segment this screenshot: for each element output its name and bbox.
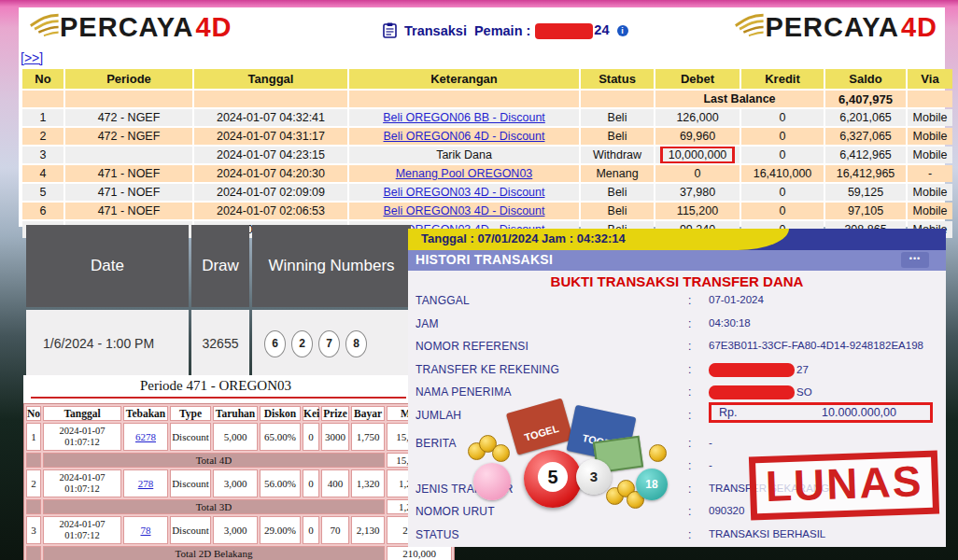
account-redaction — [709, 363, 795, 377]
page-background: PERCAYA4D Transaksi Pemain : 24 i — [0, 0, 958, 560]
header: PERCAYA4D Transaksi Pemain : 24 i — [19, 7, 945, 49]
receipt-timestamp: Tanggal : 07/01/2024 Jam : 04:32:14 — [421, 231, 626, 245]
keterangan-link[interactable]: Beli OREGON03 4D - Discount — [384, 186, 545, 199]
top-nav: Transaksi Pemain : 24 i — [383, 22, 628, 39]
total-row: Total 3D 1,200,000 — [26, 499, 452, 514]
receipt-field: STATUS: TRANSAKSI BERHASIL — [408, 524, 946, 547]
nav-transaksi[interactable]: Transaksi — [404, 23, 467, 38]
winning-numbers-table: Date Draw Winning Numbers 1/6/2024 - 1:0… — [23, 222, 414, 380]
brand-name: PERCAYA — [765, 12, 898, 43]
table-row: 1 472 - NGEF 2024-01-07 04:32:41 Beli OR… — [22, 109, 952, 126]
pemain-label: Pemain : — [474, 23, 530, 38]
winning-ball: 7 — [318, 330, 340, 357]
receipt-tab-bar: Tanggal : 07/01/2024 Jam : 04:32:14 — [408, 229, 946, 250]
receipt-field: JAM: 04:30:18 — [408, 313, 946, 336]
receipt-body: BUKTI TRANSAKSI TRANSFER DANA TANGGAL: 0… — [408, 271, 946, 547]
table-row: 2 2024-01-07 01:07:12 278 Discount 3,000… — [26, 469, 452, 497]
keterangan-link[interactable]: Beli OREGON06 4D - Discount — [384, 130, 545, 143]
col-header-debet: Debet — [655, 69, 740, 89]
total-label: Total 3D — [43, 499, 385, 514]
draw-date: 1/6/2024 - 1:00 PM — [26, 310, 189, 377]
brand-suffix: 4D — [195, 12, 232, 43]
receipt-field: NAMA PENERIMA: SO — [408, 381, 946, 404]
info-icon[interactable]: i — [617, 25, 628, 36]
receipt-field: BERITA: - — [408, 432, 946, 455]
table-row: 4 471 - NOEF 2024-01-07 04:20:30 Menang … — [22, 165, 952, 182]
det-header-row: No Tanggal Tebakan Type Taruhan Diskon K… — [26, 406, 452, 421]
total-row: Total 4D 15,000,000 — [26, 453, 452, 468]
tebakan-link[interactable]: 278 — [138, 478, 154, 489]
last-balance-label: Last Balance — [655, 91, 824, 107]
win-col-date: Date — [26, 225, 189, 307]
draw-number: 32655 — [191, 310, 249, 377]
wing-icon — [733, 11, 765, 43]
periode-title: Periode 471 - OREGON03 — [23, 375, 408, 394]
col-header-keterangan: Keterangan — [349, 69, 579, 89]
receipt-heading: BUKTI TRANSAKSI TRANSFER DANA — [408, 273, 946, 289]
tx-header-row: No Periode Tanggal Keterangan Status Deb… — [22, 69, 952, 89]
lunas-stamp: LUNAS — [748, 450, 939, 520]
keterangan-link[interactable]: Menang Pool OREGON03 — [396, 167, 533, 180]
total-label: Total 4D — [43, 453, 385, 468]
logo-left: PERCAYA4D — [28, 11, 232, 43]
player-name-redaction — [535, 23, 593, 39]
last-balance-value: 6,407,975 — [825, 91, 906, 107]
table-row: 2 472 - NGEF 2024-01-07 04:31:17 Beli OR… — [22, 128, 952, 145]
transaction-table: No Periode Tanggal Keterangan Status Deb… — [21, 67, 954, 240]
recipient-redaction — [709, 385, 795, 399]
back-link[interactable]: [>>] — [21, 50, 43, 65]
brand-name: PERCAYA — [60, 12, 193, 43]
brand-suffix: 4D — [901, 12, 937, 43]
winning-ball: 8 — [345, 330, 367, 357]
receipt-field: NOMOR REFERENSI: 67E3B011-33CF-FA80-4D14… — [408, 335, 946, 358]
total-label: Total 2D Belakang — [43, 546, 385, 560]
winning-ball: 2 — [291, 330, 313, 357]
table-row: 3 2024-01-07 01:07:12 78 Discount 3,000 … — [26, 516, 452, 544]
total-value: 210,000 — [387, 546, 452, 560]
receipt-field: JUMLAH: Rp. 10.000.000,00 — [408, 404, 946, 432]
periode-detail-table: No Tanggal Tebakan Type Taruhan Diskon K… — [23, 403, 455, 560]
keterangan-link[interactable]: Beli OREGON06 BB - Discount — [383, 111, 545, 124]
col-header-tanggal: Tanggal — [194, 69, 347, 89]
last-balance-row: Last Balance 6,407,975 — [22, 91, 952, 107]
win-col-numbers: Winning Numbers — [252, 225, 411, 307]
transfer-receipt-panel: Tanggal : 07/01/2024 Jam : 04:32:14 HIST… — [408, 229, 946, 547]
tebakan-link[interactable]: 6278 — [135, 431, 156, 442]
tebakan-link[interactable]: 78 — [141, 525, 151, 536]
winning-row: 1/6/2024 - 1:00 PM 32655 6278 — [26, 310, 411, 377]
window-title: HISTORI TRANSAKSI — [416, 252, 553, 267]
clipboard-icon — [383, 22, 397, 38]
col-header-no: No — [22, 69, 63, 89]
receipt-field: TRANSFER KE REKENING: 27 — [408, 358, 946, 382]
col-header-kredit: Kredit — [741, 69, 824, 89]
withdraw-amount-highlight: 10,000,000 — [660, 147, 736, 163]
logo-right: PERCAYA4D — [733, 11, 937, 43]
total-row: Total 2D Belakang 210,000 — [26, 546, 452, 560]
table-row: 6 471 - NOEF 2024-01-07 02:06:53 Beli OR… — [22, 203, 952, 219]
wing-icon — [28, 11, 60, 43]
divider — [31, 397, 406, 399]
main-sheet: PERCAYA4D Transaksi Pemain : 24 i — [19, 7, 945, 227]
periode-detail-panel: Periode 471 - OREGON03 No Tanggal Tebaka… — [23, 375, 408, 553]
win-col-draw: Draw — [191, 225, 249, 307]
table-row: 3 2024-01-07 04:23:15 Tarik Dana Withdra… — [22, 147, 952, 163]
amount-highlight-box: Rp. 10.000.000,00 — [709, 402, 933, 423]
table-row: 1 2024-01-07 01:07:12 6278 Discount 5,00… — [26, 423, 452, 451]
winning-ball: 6 — [264, 330, 286, 357]
window-title-bar: HISTORI TRANSAKSI ••• — [408, 250, 946, 271]
receipt-field: TANGGAL: 07-01-2024 — [408, 289, 946, 313]
col-header-status: Status — [581, 69, 654, 89]
table-row: 5 471 - NOEF 2024-01-07 02:09:09 Beli OR… — [22, 184, 952, 201]
col-header-periode: Periode — [65, 69, 192, 89]
menu-dots-button[interactable]: ••• — [901, 252, 929, 268]
keterangan-link[interactable]: Beli OREGON03 4D - Discount — [384, 204, 545, 217]
col-header-via: Via — [908, 69, 952, 89]
col-header-saldo: Saldo — [825, 69, 906, 89]
player-id-suffix: 24 — [594, 22, 609, 37]
